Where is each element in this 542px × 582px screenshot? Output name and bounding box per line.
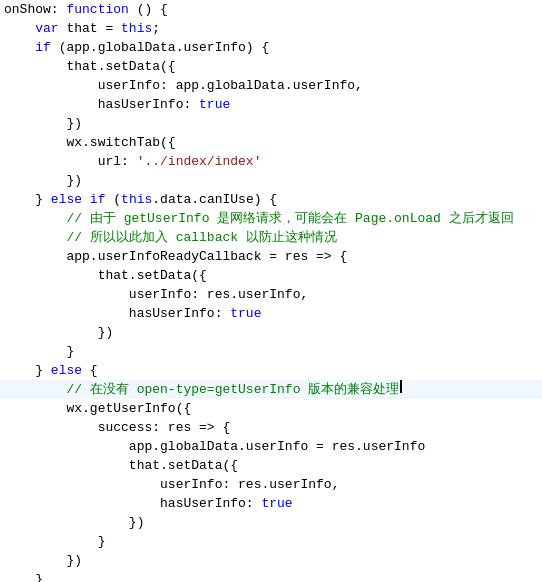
token-kw: else xyxy=(51,361,82,380)
token-plain: }) xyxy=(66,551,82,570)
token-plain: hasUserInfo: xyxy=(129,304,230,323)
code-line: var that = this; xyxy=(0,19,542,38)
token-plain: app.globalData.userInfo = res.userInfo xyxy=(129,437,425,456)
token-kw: if xyxy=(90,190,106,209)
code-line: } xyxy=(0,342,542,361)
code-editor: onShow: function () { var that = this; i… xyxy=(0,0,542,582)
token-str: '../index/index' xyxy=(137,152,262,171)
token-plain: hasUserInfo: xyxy=(98,95,199,114)
token-plain: that.setData({ xyxy=(66,57,175,76)
token-bool: true xyxy=(261,494,292,513)
token-plain: wx.getUserInfo({ xyxy=(66,399,191,418)
code-line: hasUserInfo: true xyxy=(0,494,542,513)
token-plain: }) xyxy=(66,171,82,190)
token-kw: this xyxy=(121,190,152,209)
code-line: // 所以以此加入 callback 以防止这种情况 xyxy=(0,228,542,247)
token-kw: this xyxy=(121,19,152,38)
token-comment: // 在没有 open-type=getUserInfo 版本的兼容处理 xyxy=(66,380,399,399)
code-line: wx.getUserInfo({ xyxy=(0,399,542,418)
token-plain: (app.globalData.userInfo) { xyxy=(51,38,269,57)
token-plain xyxy=(82,190,90,209)
code-line: }) xyxy=(0,513,542,532)
code-line: that.setData({ xyxy=(0,57,542,76)
token-plain: wx.switchTab({ xyxy=(66,133,175,152)
token-comment: // 由于 getUserInfo 是网络请求，可能会在 Page.onLoad… xyxy=(66,209,513,228)
code-line: app.userInfoReadyCallback = res => { xyxy=(0,247,542,266)
code-line: success: res => { xyxy=(0,418,542,437)
code-line: userInfo: res.userInfo, xyxy=(0,285,542,304)
token-bool: true xyxy=(199,95,230,114)
code-line: // 在没有 open-type=getUserInfo 版本的兼容处理 xyxy=(0,380,542,399)
token-plain: }) xyxy=(66,114,82,133)
code-line: that.setData({ xyxy=(0,456,542,475)
code-line: }) xyxy=(0,551,542,570)
token-plain: () { xyxy=(129,0,168,19)
token-plain: ; xyxy=(152,19,160,38)
token-plain: } xyxy=(66,342,74,361)
token-plain: app.userInfoReadyCallback = res => { xyxy=(66,247,347,266)
code-line: } xyxy=(0,532,542,551)
code-line: }) xyxy=(0,323,542,342)
code-line: onShow: function () { xyxy=(0,0,542,19)
code-line: if (app.globalData.userInfo) { xyxy=(0,38,542,57)
code-line: }) xyxy=(0,114,542,133)
token-plain: ( xyxy=(105,190,121,209)
token-kw: else xyxy=(51,190,82,209)
token-comment: // 所以以此加入 callback 以防止这种情况 xyxy=(66,228,336,247)
token-plain: }) xyxy=(98,323,114,342)
token-plain: that = xyxy=(59,19,121,38)
token-plain: } xyxy=(35,570,43,582)
token-bool: true xyxy=(230,304,261,323)
token-plain: success: res => { xyxy=(98,418,231,437)
code-line: userInfo: app.globalData.userInfo, xyxy=(0,76,542,95)
code-line: hasUserInfo: true xyxy=(0,304,542,323)
token-plain: } xyxy=(35,190,51,209)
code-line: } else if (this.data.canIUse) { xyxy=(0,190,542,209)
code-line: } else { xyxy=(0,361,542,380)
token-plain: userInfo: res.userInfo, xyxy=(160,475,339,494)
code-line: app.globalData.userInfo = res.userInfo xyxy=(0,437,542,456)
token-plain: that.setData({ xyxy=(98,266,207,285)
code-line: // 由于 getUserInfo 是网络请求，可能会在 Page.onLoad… xyxy=(0,209,542,228)
token-kw: var xyxy=(35,19,58,38)
code-line: that.setData({ xyxy=(0,266,542,285)
code-line: url: '../index/index' xyxy=(0,152,542,171)
token-plain: }) xyxy=(129,513,145,532)
token-plain: .data.canIUse) { xyxy=(152,190,277,209)
code-line: }) xyxy=(0,171,542,190)
token-plain: onShow: xyxy=(4,0,66,19)
code-line: } xyxy=(0,570,542,582)
token-plain: url: xyxy=(98,152,137,171)
token-plain: userInfo: app.globalData.userInfo, xyxy=(98,76,363,95)
token-plain: userInfo: res.userInfo, xyxy=(129,285,308,304)
token-plain: } xyxy=(98,532,106,551)
token-plain: { xyxy=(82,361,98,380)
token-kw: function xyxy=(66,0,128,19)
token-kw: if xyxy=(35,38,51,57)
token-plain: hasUserInfo: xyxy=(160,494,261,513)
code-line: hasUserInfo: true xyxy=(0,95,542,114)
code-line: wx.switchTab({ xyxy=(0,133,542,152)
token-plain: that.setData({ xyxy=(129,456,238,475)
token-plain: } xyxy=(35,361,51,380)
code-line: userInfo: res.userInfo, xyxy=(0,475,542,494)
